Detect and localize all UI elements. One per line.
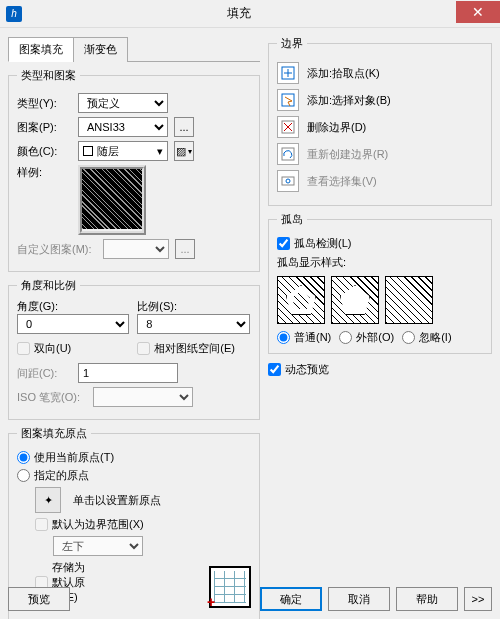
island-normal-preview[interactable] [277,276,325,324]
legend-origin: 图案填充原点 [17,426,91,441]
legend-boundary: 边界 [277,36,307,51]
add-select-icon[interactable] [277,89,299,111]
remove-boundary-icon[interactable] [277,116,299,138]
chevron-down-icon: ▾ [157,145,163,158]
label-angle: 角度(G): [17,299,129,314]
group-type-pattern: 类型和图案 类型(Y): 预定义 图案(P): ANSI33 ... 颜色(C)… [8,68,260,272]
pattern-select[interactable]: ANSI33 [78,117,168,137]
island-outer-radio[interactable]: 外部(O) [339,330,394,345]
double-checkbox: 双向(U) [17,341,129,356]
svg-rect-3 [282,94,294,106]
hatch-swatch-icon: ▨ [176,145,186,158]
legend-angle: 角度和比例 [17,278,80,293]
cancel-button[interactable]: 取消 [328,587,390,611]
close-button[interactable]: ✕ [456,1,500,23]
tab-gradient[interactable]: 渐变色 [73,37,128,62]
preview-button[interactable]: 预览 [8,587,70,611]
custom-pattern-select [103,239,169,259]
origin-specified-radio[interactable]: 指定的原点 [17,468,251,483]
bgcolor-select[interactable]: ▨▾ [174,141,194,161]
legend-island: 孤岛 [277,212,307,227]
scale-select[interactable]: 8 [137,314,249,334]
island-detect-checkbox[interactable]: 孤岛检测(L) [277,236,483,251]
color-swatch-icon [83,146,93,156]
label-color: 颜色(C): [17,144,72,159]
group-angle-scale: 角度和比例 角度(G): 0 比例(S): 8 双向(U) 相对图纸空间(E) … [8,278,260,420]
label-scale: 比例(S): [137,299,249,314]
type-select[interactable]: 预定义 [78,93,168,113]
svg-point-9 [286,179,290,183]
label-pattern: 图案(P): [17,120,72,135]
label-add-pick[interactable]: 添加:拾取点(K) [307,66,380,81]
label-custom-pattern: 自定义图案(M): [17,242,97,257]
label-iso: ISO 笔宽(O): [17,390,87,405]
iso-select [93,387,193,407]
island-ignore-radio[interactable]: 忽略(I) [402,330,451,345]
custom-browse-button: ... [175,239,195,259]
relative-checkbox: 相对图纸空间(E) [137,341,249,356]
app-icon: h [6,6,22,22]
label-recreate: 重新创建边界(R) [307,147,388,162]
label-sample: 样例: [17,165,72,180]
legend-type: 类型和图案 [17,68,80,83]
label-remove[interactable]: 删除边界(D) [307,120,366,135]
group-island: 孤岛 孤岛检测(L) 孤岛显示样式: 普通(N) 外部(O) 忽略(I) [268,212,492,354]
island-outer-preview[interactable] [331,276,379,324]
pick-origin-icon: ✦ [35,487,61,513]
angle-select[interactable]: 0 [17,314,129,334]
view-selection-icon[interactable] [277,170,299,192]
label-island-style: 孤岛显示样式: [277,255,483,270]
color-value: 随层 [97,144,119,159]
default-extent-checkbox: 默认为边界范围(X) [35,517,251,532]
origin-current-radio[interactable]: 使用当前原点(T) [17,450,251,465]
island-ignore-preview[interactable] [385,276,433,324]
tab-hatch[interactable]: 图案填充 [8,37,74,62]
group-boundary: 边界 添加:拾取点(K) 添加:选择对象(B) 删除边界(D) 重新创建边界(R… [268,36,492,206]
window-title: 填充 [22,5,456,22]
island-normal-radio[interactable]: 普通(N) [277,330,331,345]
help-button[interactable]: 帮助 [396,587,458,611]
spacing-input [78,363,178,383]
recreate-boundary-icon[interactable] [277,143,299,165]
dynamic-preview-checkbox[interactable]: 动态预览 [268,362,492,377]
ok-button[interactable]: 确定 [260,587,322,611]
label-click-new: 单击以设置新原点 [73,493,161,508]
label-spacing: 间距(C): [17,366,72,381]
add-pick-icon[interactable] [277,62,299,84]
color-select[interactable]: 随层 ▾ [78,141,168,161]
origin-position-select: 左下 [53,536,143,556]
label-add-select[interactable]: 添加:选择对象(B) [307,93,391,108]
expand-button[interactable]: >> [464,587,492,611]
label-view-sel: 查看选择集(V) [307,174,377,189]
pattern-browse-button[interactable]: ... [174,117,194,137]
label-type: 类型(Y): [17,96,72,111]
tab-strip: 图案填充 渐变色 [8,36,260,62]
chevron-down-icon: ▾ [188,147,192,156]
sample-preview[interactable] [78,165,146,235]
svg-rect-8 [282,177,294,185]
